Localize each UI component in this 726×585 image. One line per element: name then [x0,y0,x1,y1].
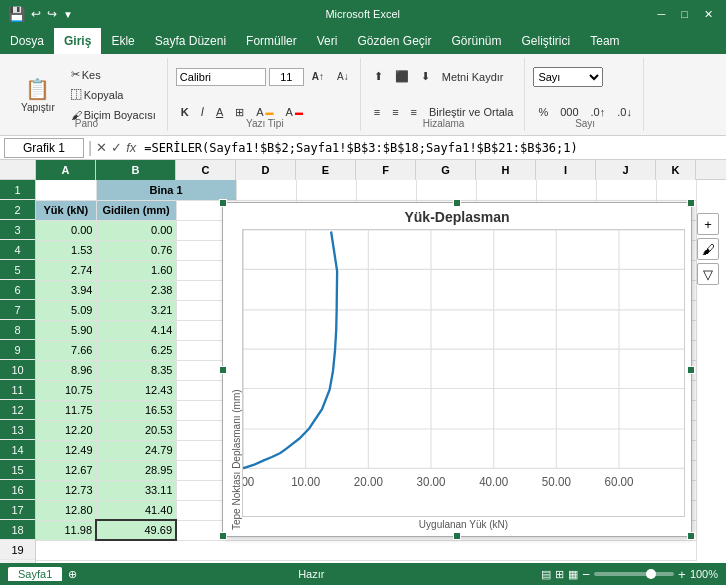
row-num-3[interactable]: 3 [0,220,35,240]
chart-plot[interactable]: 0.00 10.00 20.00 30.00 40.00 50.00 60.00… [242,229,685,517]
confirm-formula-icon[interactable]: ✓ [111,140,122,155]
cell-B16[interactable]: 33.11 [96,480,176,500]
formula-input[interactable] [140,138,722,158]
row-num-17[interactable]: 17 [0,500,35,520]
col-header-A[interactable]: A [36,160,96,180]
chart-handle-br[interactable] [687,532,695,540]
cell-A8[interactable]: 5.90 [36,320,96,340]
row-num-18[interactable]: 18 [0,520,35,540]
chart-handle-tr[interactable] [687,199,695,207]
cell-A7[interactable]: 5.09 [36,300,96,320]
undo-icon[interactable]: ↩ [31,7,41,21]
font-size-decrease-button[interactable]: A↓ [332,68,354,85]
menu-gozden-gecir[interactable]: Gözden Geçir [347,28,441,54]
row-num-2[interactable]: 2 [0,200,35,220]
cell-A1[interactable] [36,180,96,200]
align-bottom-button[interactable]: ⬇ [416,67,435,86]
col-header-J[interactable]: J [596,160,656,180]
col-header-K[interactable]: K [656,160,696,180]
cell-B10[interactable]: 8.35 [96,360,176,380]
menu-veri[interactable]: Veri [307,28,348,54]
cell-A9[interactable]: 7.66 [36,340,96,360]
cell-D1[interactable] [236,180,296,200]
cell-H1[interactable] [476,180,536,200]
menu-dosya[interactable]: Dosya [0,28,54,54]
menu-formuller[interactable]: Formüller [236,28,307,54]
row-num-15[interactable]: 15 [0,460,35,480]
chart-handle-ml[interactable] [219,366,227,374]
save-icon[interactable]: 💾 [8,6,25,22]
row-num-8[interactable]: 8 [0,320,35,340]
align-top-button[interactable]: ⬆ [369,67,388,86]
row-num-13[interactable]: 13 [0,420,35,440]
close-button[interactable]: ✕ [699,6,718,23]
chart-filter-button[interactable]: ▽ [697,263,719,285]
cell-A6[interactable]: 3.94 [36,280,96,300]
wrap-text-button[interactable]: Metni Kaydır [437,68,509,86]
cancel-formula-icon[interactable]: ✕ [96,140,107,155]
cell-B3[interactable]: 0.00 [96,220,176,240]
row-num-9[interactable]: 9 [0,340,35,360]
cell-A12[interactable]: 11.75 [36,400,96,420]
insert-function-icon[interactable]: fx [126,140,136,155]
col-header-G[interactable]: G [416,160,476,180]
cell-B17[interactable]: 41.40 [96,500,176,520]
row-19[interactable] [36,540,696,560]
row-num-12[interactable]: 12 [0,400,35,420]
cell-A5[interactable]: 2.74 [36,260,96,280]
chart-container[interactable]: + 🖌 ▽ Yük-Deplasman Tepe Noktası Deplasm… [222,202,692,537]
cell-B9[interactable]: 6.25 [96,340,176,360]
cell-A17[interactable]: 12.80 [36,500,96,520]
row-num-1[interactable]: 1 [0,180,35,200]
copy-button[interactable]: ⿰ Kopyala [66,86,161,104]
row-num-10[interactable]: 10 [0,360,35,380]
cut-button[interactable]: ✂ Kes [66,65,161,84]
cell-B13[interactable]: 20.53 [96,420,176,440]
cell-A11[interactable]: 10.75 [36,380,96,400]
row-num-11[interactable]: 11 [0,380,35,400]
cell-I1[interactable] [536,180,596,200]
row-num-6[interactable]: 6 [0,280,35,300]
menu-giris[interactable]: Giriş [54,28,101,54]
maximize-button[interactable]: □ [676,6,693,22]
cell-B15[interactable]: 28.95 [96,460,176,480]
row-num-7[interactable]: 7 [0,300,35,320]
font-name-input[interactable] [176,68,266,86]
quick-access-dropdown[interactable]: ▼ [63,9,73,20]
cell-A16[interactable]: 12.73 [36,480,96,500]
cell-A3[interactable]: 0.00 [36,220,96,240]
chart-handle-mr[interactable] [687,366,695,374]
row-num-4[interactable]: 4 [0,240,35,260]
chart-add-element-button[interactable]: + [697,213,719,235]
chart-handle-tl[interactable] [219,199,227,207]
chart-handle-bm[interactable] [453,532,461,540]
font-size-increase-button[interactable]: A↑ [307,68,329,85]
col-header-F[interactable]: F [356,160,416,180]
row-num-14[interactable]: 14 [0,440,35,460]
name-box[interactable] [4,138,84,158]
row-num-19[interactable]: 19 [0,540,35,560]
cell-B2[interactable]: Gidilen (mm) [96,200,176,220]
col-header-D[interactable]: D [236,160,296,180]
chart-style-button[interactable]: 🖌 [697,238,719,260]
cell-B8[interactable]: 4.14 [96,320,176,340]
cell-B1[interactable]: Bina 1 [96,180,236,200]
chart-handle-tm[interactable] [453,199,461,207]
menu-ekle[interactable]: Ekle [101,28,144,54]
row-num-16[interactable]: 16 [0,480,35,500]
cell-B4[interactable]: 0.76 [96,240,176,260]
number-format-select[interactable]: Sayı Genel Para Birimi [533,67,603,87]
col-header-I[interactable]: I [536,160,596,180]
col-header-H[interactable]: H [476,160,536,180]
cell-B12[interactable]: 16.53 [96,400,176,420]
cell-A4[interactable]: 1.53 [36,240,96,260]
paste-button[interactable]: 📋 Yapıştır [12,66,64,124]
cell-G1[interactable] [416,180,476,200]
menu-gelistirici[interactable]: Geliştirici [512,28,581,54]
menu-gorunum[interactable]: Görünüm [442,28,512,54]
col-header-C[interactable]: C [176,160,236,180]
redo-icon[interactable]: ↪ [47,7,57,21]
col-header-B[interactable]: B [96,160,176,180]
cell-A18[interactable]: 11.98 [36,520,96,540]
cell-F1[interactable] [356,180,416,200]
